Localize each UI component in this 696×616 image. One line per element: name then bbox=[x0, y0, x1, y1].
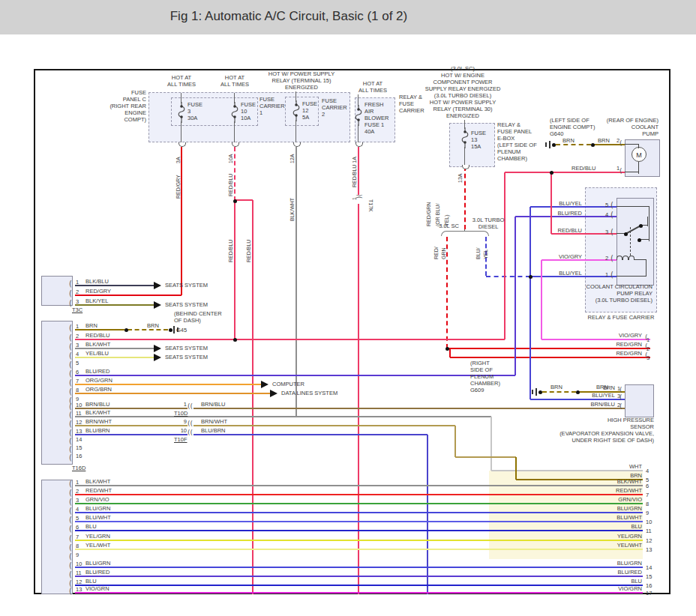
text-line: 7 bbox=[76, 534, 79, 540]
junction-dot bbox=[233, 199, 237, 203]
text-line: PUMP bbox=[494, 130, 658, 137]
connector-pin-icon: ( bbox=[69, 402, 72, 411]
text-line: BLU/RED bbox=[477, 569, 642, 576]
label-connectors-t16d-rows-6-label: ORG/GRN bbox=[86, 377, 112, 384]
text-line: 9 bbox=[646, 510, 649, 516]
label-relay-name: COOLANT CIRCULATIONPUMP RELAY(3.0L TURBO… bbox=[488, 283, 652, 304]
wire-blk_wht bbox=[296, 147, 297, 417]
text-line: BLU/WHT bbox=[477, 514, 642, 521]
arrow-icon bbox=[154, 345, 161, 352]
text-line: 10 bbox=[76, 561, 82, 567]
text-line: 1 bbox=[164, 401, 187, 408]
text-line: RED/WHT bbox=[86, 487, 112, 494]
text-line: 3 bbox=[76, 298, 79, 305]
label-connectors-t16d-rows-10-n: 11 bbox=[76, 410, 82, 417]
text-line: BRN bbox=[147, 322, 159, 329]
label-connectors-t16d-rows-2-n: 3 bbox=[76, 342, 79, 348]
text-line: BLK/WHT bbox=[86, 341, 110, 348]
text-line: VIO/GRN bbox=[86, 585, 110, 592]
arrow-icon bbox=[154, 282, 161, 289]
wire-int bbox=[625, 144, 639, 145]
label-fuses-2-lines: FUSE125A bbox=[302, 100, 317, 121]
connector-pin-icon: ( bbox=[69, 453, 72, 462]
wire-blu_grn bbox=[75, 567, 643, 568]
text-line: 17 bbox=[646, 590, 652, 597]
g640-ground-icon bbox=[552, 143, 556, 147]
label-right_pins-7-label: BLU bbox=[477, 523, 642, 530]
text-line: 4 bbox=[646, 468, 649, 474]
text-line: 1 bbox=[76, 279, 79, 286]
text-line: RED/BLU bbox=[417, 227, 582, 234]
vertical-wire-label: BLK/WHT bbox=[290, 198, 295, 221]
label-connectors-t16d-rows-3-label: YEL/BLU bbox=[86, 350, 109, 357]
text-line: BLU/RED bbox=[86, 569, 110, 576]
wire-blk_wht bbox=[75, 485, 643, 486]
connector-pin-icon: ( bbox=[69, 534, 72, 543]
label-right_pins-12-n: 16 bbox=[646, 582, 652, 589]
label-connectors-bottom-rows-4-label: BLU/WHT bbox=[86, 514, 111, 521]
g45-ground-icon bbox=[173, 326, 175, 333]
wire-vio_grn bbox=[75, 592, 643, 594]
text-line: UNDER RIGHT SIDE OF DASH) bbox=[489, 437, 654, 444]
junction-dot bbox=[638, 238, 641, 242]
connector-pin-icon: ( bbox=[69, 324, 72, 332]
wire-yel_wht bbox=[75, 549, 643, 550]
label-right_pins-4-label: GRN/VIO bbox=[477, 496, 642, 503]
label-relay-pins-0-n: 5 bbox=[605, 202, 608, 208]
label-fuses-1-lines: FUSE1010A bbox=[241, 101, 256, 121]
text-line: 8 bbox=[646, 501, 649, 507]
wire-blk_wht bbox=[75, 348, 154, 349]
label-grounds-g640-wire: BRN bbox=[562, 137, 574, 144]
connector-pin-icon: ( bbox=[69, 280, 72, 288]
text-line: 2 bbox=[605, 255, 608, 262]
text-line: BLU bbox=[477, 578, 642, 585]
connector-pin-icon: ( bbox=[69, 342, 72, 351]
text-line: BLK/WHT bbox=[477, 478, 642, 485]
label-relay-pins-1-n: 4 bbox=[605, 211, 608, 218]
text-line: SEATS SYSTEM bbox=[165, 354, 208, 360]
text-line: FUSE bbox=[241, 101, 256, 108]
wire-int bbox=[646, 260, 646, 277]
label-fuses-4-lines: FUSE1315A bbox=[471, 130, 486, 150]
text-line: BLU/GRN bbox=[86, 505, 110, 512]
label-connectors-t3c-rows-0-n: 1 bbox=[76, 279, 79, 286]
relay-coil-icon bbox=[628, 256, 634, 260]
label-right_pins-12-label: BLU bbox=[477, 578, 642, 585]
label-connectors-t16d-rows-1-label: RED/BLU bbox=[86, 332, 110, 339]
connector-pin-icon: ( bbox=[69, 561, 72, 570]
text-line: YEL/WHT bbox=[477, 542, 642, 549]
connector-pin-icon: ( bbox=[69, 411, 72, 419]
label-mid_connectors-0-n: 1 bbox=[164, 401, 187, 408]
junction-dot bbox=[550, 171, 554, 175]
label-connectors-bottom-rows-11-label: BLU bbox=[86, 578, 97, 585]
relay-pin-terminal-icon: ( bbox=[610, 271, 614, 279]
wire-blu_grn bbox=[75, 512, 643, 513]
diagram-frame: M)(HOT ATALL TIMESHOT ATALL TIMESHOT W/ … bbox=[34, 69, 670, 594]
connector-pin-icon: ( bbox=[69, 360, 72, 369]
label-right_pins-11-n: 15 bbox=[646, 573, 652, 580]
text-line: PLENUM bbox=[497, 148, 537, 155]
wire-red_wht bbox=[75, 494, 643, 495]
relay-coil-icon bbox=[616, 256, 622, 260]
vertical-wire-label: 12A bbox=[290, 154, 295, 163]
text-line: CARRIER bbox=[322, 104, 347, 111]
label-connectors-t3c-rows-2-n: 3 bbox=[76, 298, 79, 305]
label-connectors-t16d-rows-3-dest: SEATS SYSTEM bbox=[165, 354, 208, 360]
label-connectors-bottom-rows-4-n: 5 bbox=[76, 515, 79, 522]
text-line: HOT W/ POWER SUPPLY bbox=[219, 70, 384, 77]
text-line: FUSE bbox=[471, 130, 486, 136]
text-line: 13 bbox=[76, 586, 82, 593]
arrow-icon bbox=[154, 354, 161, 361]
text-line: T16D bbox=[72, 465, 86, 471]
fuse-icon bbox=[177, 102, 186, 126]
text-line: 9 bbox=[76, 552, 79, 558]
text-line: VIO/GRY bbox=[477, 332, 642, 339]
text-line: RED/BLU bbox=[86, 332, 110, 339]
text-line: 15 bbox=[76, 444, 82, 451]
text-line: BLOWER bbox=[364, 115, 389, 121]
label-sensor-pins-2-label: BRN/BLU bbox=[450, 401, 615, 408]
text-line: PLENUM bbox=[470, 373, 500, 380]
label-fuse_panel-carrier1: FUSECARRIER1 bbox=[260, 96, 285, 116]
label-connectors-bottom-rows-11-n: 12 bbox=[76, 579, 82, 585]
text-line: 15 bbox=[646, 573, 652, 580]
